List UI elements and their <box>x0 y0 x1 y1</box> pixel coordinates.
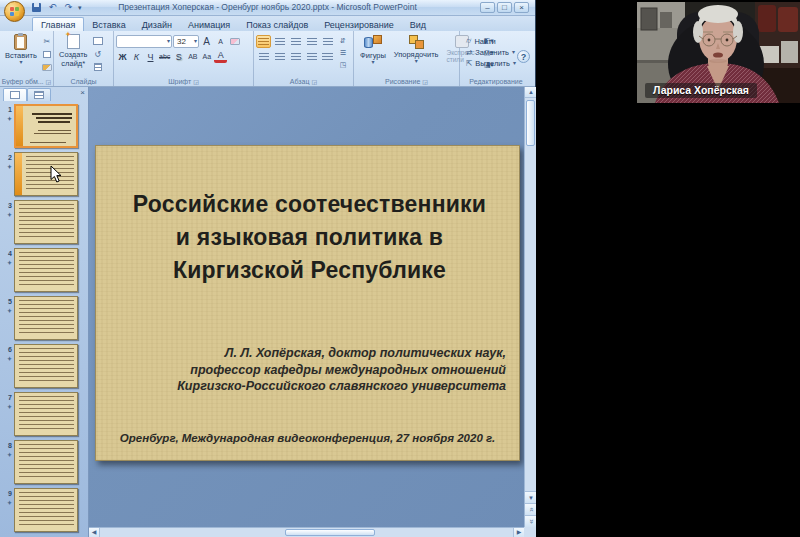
indent-right-icon <box>307 38 317 46</box>
copy-button[interactable] <box>40 48 54 60</box>
font-size-combo[interactable]: 32▾ <box>173 35 199 48</box>
panel-tabs: × <box>0 87 88 101</box>
tab-design[interactable]: Дизайн <box>134 18 180 31</box>
dialog-launcher-icon[interactable]: ◲ <box>311 78 317 85</box>
minimize-button[interactable]: – <box>480 2 495 13</box>
animation-star-icon: ✦ <box>7 499 12 507</box>
close-button[interactable]: × <box>514 2 529 13</box>
slide-2-thumbnail[interactable] <box>14 152 78 196</box>
numbering-button[interactable] <box>272 35 287 48</box>
arrange-button[interactable]: Упорядочить ▾ <box>390 33 443 75</box>
bullets-button[interactable] <box>256 35 271 48</box>
slide-4-thumbnail[interactable] <box>14 248 78 292</box>
tab-animation[interactable]: Анимация <box>180 18 238 31</box>
paste-button[interactable]: Вставить ▾ <box>2 33 40 75</box>
layout-icon <box>93 37 103 45</box>
slide-number: 5 <box>8 298 12 306</box>
slide-1-thumbnail[interactable] <box>14 104 78 148</box>
scroll-up-icon[interactable]: ▲ <box>525 87 536 98</box>
ribbon-tab-row: Главная Вставка Дизайн Анимация Показ сл… <box>0 16 535 31</box>
slide-subtitle[interactable]: Л. Л. Хопёрская, доктор политических нау… <box>126 345 506 395</box>
tab-insert[interactable]: Вставка <box>84 18 133 31</box>
eraser-icon <box>230 38 240 45</box>
drawing-group-label: Рисование◲ <box>354 78 459 85</box>
delete-slide-button[interactable] <box>91 61 105 73</box>
smartart-button[interactable]: ◳ <box>337 59 349 70</box>
shapes-button[interactable]: Фигуры ▾ <box>356 33 390 75</box>
restore-button[interactable]: □ <box>497 2 512 13</box>
align-right-icon <box>291 53 301 61</box>
tab-outline[interactable] <box>27 88 51 101</box>
layout-button[interactable] <box>91 35 105 47</box>
reset-slide-button[interactable]: ↺ <box>91 48 105 60</box>
dialog-launcher-icon[interactable]: ◲ <box>422 78 428 85</box>
scroll-right-icon[interactable]: ▶ <box>513 528 524 537</box>
horizontal-scroll-thumb[interactable] <box>285 529 375 536</box>
align-center-button[interactable] <box>272 50 287 63</box>
scroll-left-icon[interactable]: ◀ <box>89 528 100 537</box>
bold-button[interactable]: Ж <box>116 50 129 63</box>
line-spacing-button[interactable] <box>320 35 335 48</box>
slide-thumbnail-row: 2✦ <box>0 152 88 197</box>
tab-review[interactable]: Рецензирование <box>316 18 402 31</box>
clipboard-group-label[interactable]: Буфер обм...◲ <box>0 78 53 85</box>
line-spacing-icon <box>323 38 333 46</box>
slide-3-thumbnail[interactable] <box>14 200 78 244</box>
vertical-scrollbar[interactable]: ▲ ▼ » » <box>524 87 536 527</box>
clear-formatting-button[interactable] <box>228 35 241 48</box>
dialog-launcher-icon[interactable]: ◲ <box>46 78 52 85</box>
slide-9-thumbnail[interactable] <box>14 488 78 532</box>
text-shadow-button[interactable]: S <box>172 50 185 63</box>
horizontal-scrollbar[interactable]: ◀ ▶ <box>89 527 524 537</box>
italic-button[interactable]: К <box>130 50 143 63</box>
align-right-button[interactable] <box>288 50 303 63</box>
animation-star-icon: ✦ <box>7 259 12 267</box>
change-case-button[interactable]: Аа <box>200 50 213 63</box>
font-name-combo[interactable]: ▾ <box>116 35 172 48</box>
panel-close-icon[interactable]: × <box>80 89 85 97</box>
slide-editor-area[interactable]: Российские соотечественники и языковая п… <box>89 87 536 537</box>
group-slides: Создать слайд* ↺ Слайды <box>54 31 114 86</box>
webcam-video[interactable]: Лариса Хопёрская <box>637 2 800 103</box>
slide-8-thumbnail[interactable] <box>14 440 78 484</box>
tab-slideshow[interactable]: Показ слайдов <box>238 18 316 31</box>
underline-button[interactable]: Ч <box>144 50 157 63</box>
increase-indent-button[interactable] <box>304 35 319 48</box>
slide-title[interactable]: Российские соотечественники и языковая п… <box>114 188 505 287</box>
new-slide-icon <box>67 34 80 49</box>
new-slide-button[interactable]: Создать слайд* <box>56 33 91 75</box>
next-slide-button[interactable]: » <box>525 515 536 527</box>
decrease-indent-button[interactable] <box>288 35 303 48</box>
strikethrough-button[interactable]: abc <box>158 50 171 63</box>
format-painter-button[interactable] <box>40 61 54 73</box>
align-text-button[interactable]: ☰ <box>337 47 349 58</box>
character-spacing-button[interactable]: АВ <box>186 50 199 63</box>
current-slide[interactable]: Российские соотечественники и языковая п… <box>95 145 520 461</box>
scroll-down-icon[interactable]: ▼ <box>525 491 536 503</box>
tab-home[interactable]: Главная <box>32 17 84 31</box>
animation-star-icon: ✦ <box>7 403 12 411</box>
slide-7-thumbnail[interactable] <box>14 392 78 436</box>
justify-icon <box>307 53 317 61</box>
slide-thumbnail-row: 4✦ <box>0 248 88 293</box>
text-direction-button[interactable]: ⇵ <box>337 35 349 46</box>
columns-button[interactable] <box>320 50 335 63</box>
tab-view[interactable]: Вид <box>402 18 434 31</box>
slide-5-thumbnail[interactable] <box>14 296 78 340</box>
office-button[interactable] <box>4 1 25 22</box>
dialog-launcher-icon[interactable]: ◲ <box>193 78 199 85</box>
find-button[interactable]: ⌭Найти <box>466 36 530 46</box>
title-bar[interactable]: ↶ ↷ ▾ Презентация Хоперская - Оренбург н… <box>0 0 535 16</box>
vertical-scroll-thumb[interactable] <box>526 100 535 146</box>
shrink-font-button[interactable]: А <box>214 35 227 48</box>
font-color-button[interactable]: А <box>214 50 227 63</box>
help-button[interactable]: ? <box>517 50 530 63</box>
align-left-button[interactable] <box>256 50 271 63</box>
tab-slides-thumbnails[interactable] <box>3 88 27 101</box>
cut-button[interactable]: ✂ <box>40 35 54 47</box>
justify-button[interactable] <box>304 50 319 63</box>
slide-footer[interactable]: Оренбург, Международная видеоконференция… <box>96 432 519 444</box>
previous-slide-button[interactable]: » <box>525 503 536 515</box>
slide-6-thumbnail[interactable] <box>14 344 78 388</box>
grow-font-button[interactable]: А <box>200 35 213 48</box>
